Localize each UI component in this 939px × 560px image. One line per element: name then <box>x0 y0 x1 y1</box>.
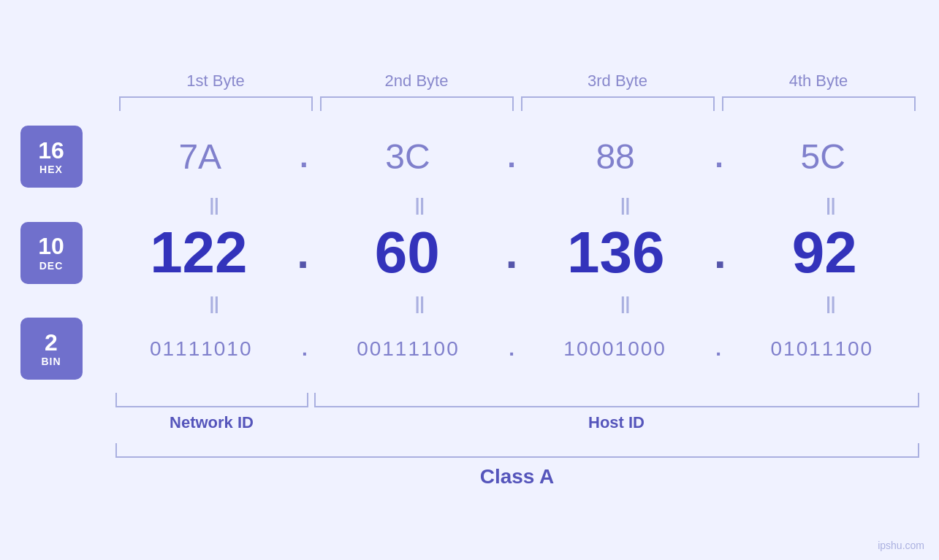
dot-bin-3: . <box>712 337 725 361</box>
eq-1-3: || <box>537 195 713 215</box>
dot-bin-1: . <box>298 337 311 361</box>
eq-2-4: || <box>742 294 919 314</box>
bin-byte-2: 00111100 <box>311 337 505 361</box>
eq-1-2: || <box>332 195 508 215</box>
hex-byte-1: 7A <box>104 137 297 177</box>
bin-byte-1: 01111010 <box>104 337 298 361</box>
dec-byte-2: 60 <box>313 219 502 286</box>
dot-dec-3: . <box>710 228 730 278</box>
bracket-top-4 <box>722 96 916 111</box>
dot-dec-1: . <box>293 228 313 278</box>
class-label: Class A <box>115 465 919 488</box>
eq-1-4: || <box>742 195 919 215</box>
host-bracket <box>314 393 919 407</box>
equals-row-2: || || || || <box>20 294 919 314</box>
dec-values: 122 . 60 . 136 . 92 <box>83 219 919 286</box>
id-labels: Network ID Host ID <box>115 413 919 432</box>
dot-hex-2: . <box>503 139 520 174</box>
bracket-top-3 <box>521 96 715 111</box>
hex-badge: 16 HEX <box>20 126 83 188</box>
hex-byte-2: 3C <box>312 137 504 177</box>
main-container: 1st Byte 2nd Byte 3rd Byte 4th Byte 16 H… <box>0 0 939 560</box>
byte-label-4: 4th Byte <box>718 72 919 91</box>
bin-byte-4: 01011100 <box>725 337 919 361</box>
byte-labels: 1st Byte 2nd Byte 3rd Byte 4th Byte <box>115 72 919 91</box>
eq-1-1: || <box>126 195 303 215</box>
dec-row: 10 DEC 122 . 60 . 136 . 92 <box>20 219 919 286</box>
byte-label-2: 2nd Byte <box>316 72 517 91</box>
hex-values: 7A . 3C . 88 . 5C <box>83 137 919 177</box>
dec-byte-3: 136 <box>521 219 710 286</box>
hex-byte-4: 5C <box>727 137 919 177</box>
network-id-label: Network ID <box>115 413 308 432</box>
host-id-label: Host ID <box>314 413 919 432</box>
dot-dec-2: . <box>502 228 522 278</box>
eq-2-2: || <box>332 294 508 314</box>
dec-badge-label: DEC <box>39 260 64 272</box>
dec-byte-1: 122 <box>104 219 294 286</box>
dot-bin-2: . <box>505 337 518 361</box>
dec-badge: 10 DEC <box>20 222 83 284</box>
dot-hex-3: . <box>711 139 727 174</box>
dec-byte-4: 92 <box>730 219 919 286</box>
network-bracket <box>115 393 308 407</box>
bin-badge-number: 2 <box>45 330 58 356</box>
byte-label-1: 1st Byte <box>115 72 316 91</box>
eq-2-3: || <box>537 294 713 314</box>
byte-label-3: 3rd Byte <box>517 72 718 91</box>
bottom-brackets <box>115 393 919 407</box>
bin-values: 01111010 . 00111100 . 10001000 . 0101110… <box>83 337 919 361</box>
hex-badge-number: 16 <box>38 138 64 164</box>
bracket-top-1 <box>119 96 313 111</box>
bin-byte-3: 10001000 <box>518 337 712 361</box>
bin-badge-label: BIN <box>41 356 61 367</box>
dec-badge-number: 10 <box>38 234 64 259</box>
bracket-top-2 <box>320 96 514 111</box>
bin-row: 2 BIN 01111010 . 00111100 . 10001000 . 0… <box>20 318 919 380</box>
hex-badge-label: HEX <box>39 164 63 175</box>
hex-byte-3: 88 <box>520 137 712 177</box>
equals-row-1: || || || || <box>20 195 919 215</box>
top-brackets <box>115 96 919 111</box>
watermark: ipshu.com <box>878 540 924 551</box>
class-bracket <box>115 443 919 458</box>
dot-hex-1: . <box>296 139 312 174</box>
hex-row: 16 HEX 7A . 3C . 88 . 5C <box>20 126 919 188</box>
bin-badge: 2 BIN <box>20 318 83 380</box>
eq-2-1: || <box>126 294 303 314</box>
